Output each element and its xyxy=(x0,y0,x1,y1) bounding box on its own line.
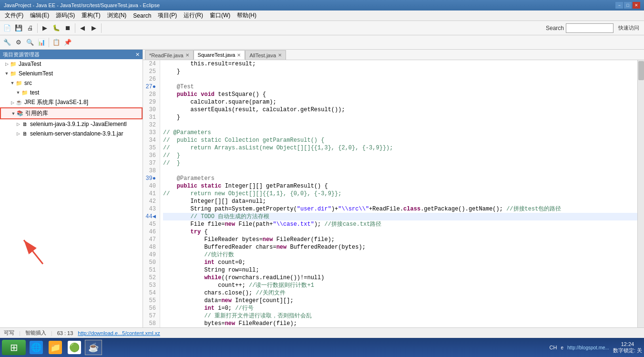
code-line-49: //统计行数 xyxy=(163,251,637,259)
collapse-icon: ▷ xyxy=(15,122,21,126)
tab-label: *ReadFile.java xyxy=(149,52,184,58)
tree-item-test[interactable]: ▼ 📁 test xyxy=(0,88,143,97)
code-line-57: // 重新打开文件进行读取，否则指针会乱 xyxy=(163,312,637,320)
menu-item-h[interactable]: 帮助(H) xyxy=(234,10,259,21)
status-link[interactable]: http://download.e...5/content.xml.xz xyxy=(78,330,160,336)
quick-access-label: 快速访问 xyxy=(615,24,642,32)
menu-item-f[interactable]: 文件(F) xyxy=(2,10,26,21)
status-smart-insert: 智能插入 xyxy=(25,329,46,336)
ln-51: 51 xyxy=(143,266,158,274)
menu-item-w[interactable]: 窗口(W) xyxy=(207,10,233,21)
stop-button[interactable]: ⏹ xyxy=(62,23,73,33)
ln-27: 27● xyxy=(143,83,158,91)
menu-item-e[interactable]: 编辑(E) xyxy=(27,10,52,21)
windows-icon: ⊞ xyxy=(10,342,18,353)
tree-item-seleniumtest[interactable]: ▼ 📁 SeleniumTest xyxy=(0,69,143,78)
ln-30: 30 xyxy=(143,106,158,114)
ln-25: 25 xyxy=(143,68,158,75)
tb2-4[interactable]: 📊 xyxy=(36,37,47,48)
collapse-icon: ▼ xyxy=(15,90,21,95)
menu-item-t[interactable]: 重构(T) xyxy=(79,10,103,21)
taskbar: ⊞ 🌐 📁 🟢 ☕ CH e http://blogspot.me... 12:… xyxy=(0,338,644,357)
ln-35: 35 xyxy=(143,144,158,152)
menu-item-r[interactable]: 运行(R) xyxy=(181,10,206,21)
code-editor[interactable]: 24 25 26 27● 28 29 30 31 32 33 34 35 36 … xyxy=(143,60,644,327)
menu-item-p[interactable]: 项目(P) xyxy=(155,10,180,21)
project-icon: 📁 xyxy=(10,70,17,77)
code-line-39: @Parameters xyxy=(163,175,637,182)
status-bar: 可写 | 智能插入 | 63 : 13 http://download.e...… xyxy=(0,327,644,338)
tree-item-javatest[interactable]: ▷ 📁 JavaTest xyxy=(0,59,143,69)
tb2-1[interactable]: 🔧 xyxy=(2,37,12,48)
ln-40: 40 xyxy=(143,182,158,190)
start-button[interactable]: ⊞ xyxy=(2,340,26,355)
back-button[interactable]: ◀ xyxy=(77,23,88,33)
tree-item-jre[interactable]: ▷ ☕ JRE 系统库 [JavaSE-1.8] xyxy=(0,97,143,107)
taskbar-chrome[interactable]: 🟢 xyxy=(66,340,83,355)
status-position: 63 : 13 xyxy=(57,330,73,336)
taskbar-eclipse[interactable]: ☕ xyxy=(85,340,102,355)
taskbar-ie[interactable]: 🌐 xyxy=(28,340,45,355)
minimize-button[interactable]: － xyxy=(615,2,623,9)
print-button[interactable]: 🖨 xyxy=(25,23,35,33)
tree-item-refs[interactable]: ▼ 📚 引用的库 xyxy=(0,107,143,119)
collapse-icon: ▷ xyxy=(10,100,15,105)
tb2-3[interactable]: 🔍 xyxy=(25,37,35,48)
taskbar-right: CH e http://blogspot.me... 12:24 数字锁定: 关 xyxy=(550,341,642,354)
tab-close-icon[interactable]: ✕ xyxy=(185,52,189,58)
tree-item-selenium-server[interactable]: ▷ 🗎 selenium-server-standalone-3.9.1.jar xyxy=(0,129,143,138)
ln-49: 49 xyxy=(143,251,158,259)
tree-item-selenium-java[interactable]: ▷ 🗎 selenium-java-3.9.1.zip -JavaElement… xyxy=(0,119,143,129)
code-text[interactable]: this.result=result; } @Test public void … xyxy=(160,60,637,327)
sidebar-header: 项目资源管理器 ✕ xyxy=(0,50,143,59)
menu-bar: 文件(F)编辑(E)源码(S)重构(T)浏览(N)Search项目(P)运行(R… xyxy=(0,10,644,21)
code-line-52: while((row=chars.readLine())!=null) xyxy=(163,274,637,282)
menu-item-search[interactable]: Search xyxy=(130,11,154,20)
eclipse-icon: ☕ xyxy=(87,341,100,354)
ln-42: 42 xyxy=(143,198,158,205)
code-line-44: // TODO 自动生成的方法存根 xyxy=(163,213,637,220)
code-line-51: String row=null; xyxy=(163,266,637,274)
ln-29: 29 xyxy=(143,98,158,106)
sep1 xyxy=(37,23,38,33)
tab-label: AllTest.java xyxy=(249,52,276,58)
tb2-5[interactable]: 📋 xyxy=(51,37,61,48)
tree-item-src[interactable]: ▼ 📁 src xyxy=(0,78,143,88)
search-input[interactable] xyxy=(566,23,613,33)
maximize-button[interactable]: □ xyxy=(624,2,632,9)
sidebar-controls: ✕ xyxy=(135,52,140,58)
tab-readfile[interactable]: *ReadFile.java ✕ xyxy=(145,50,194,60)
debug-button[interactable]: 🐛 xyxy=(51,23,61,33)
tb2-2[interactable]: ⚙ xyxy=(13,37,24,48)
tree-label: SeleniumTest xyxy=(19,70,53,77)
sep2 xyxy=(75,23,75,33)
new-button[interactable]: 📄 xyxy=(2,23,12,33)
sidebar-title: 项目资源管理器 xyxy=(3,51,40,58)
tab-alltest[interactable]: AllTest.java ✕ xyxy=(245,50,286,60)
ln-56: 56 xyxy=(143,304,158,312)
ie-icon: 🌐 xyxy=(30,341,43,354)
run-button[interactable]: ▶ xyxy=(40,23,50,33)
code-line-30: assertEquals(result, calculator.getResul… xyxy=(163,106,637,114)
ln-54: 54 xyxy=(143,289,158,297)
search-area: Search 快速访问 xyxy=(546,23,642,33)
save-button[interactable]: 💾 xyxy=(13,23,24,33)
line-numbers: 24 25 26 27● 28 29 30 31 32 33 34 35 36 … xyxy=(143,60,160,327)
tab-close-icon[interactable]: ✕ xyxy=(278,52,282,58)
forward-button[interactable]: ▶ xyxy=(89,23,99,33)
code-line-33: // @Parameters xyxy=(163,129,637,136)
time-display: 12:24 xyxy=(621,341,634,347)
toolbar: 📄 💾 🖨 ▶ 🐛 ⏹ ◀ ▶ Search 快速访问 xyxy=(0,21,644,35)
tab-squaretest[interactable]: SquareTest.java ✕ xyxy=(194,50,245,60)
sidebar-close-icon[interactable]: ✕ xyxy=(135,52,140,58)
code-line-32 xyxy=(163,121,637,129)
tb2-6[interactable]: 📌 xyxy=(62,37,73,48)
ln-53: 53 xyxy=(143,282,158,289)
code-line-26 xyxy=(163,75,637,83)
taskbar-explorer[interactable]: 📁 xyxy=(47,340,64,355)
menu-item-n[interactable]: 浏览(N) xyxy=(104,10,130,21)
close-button[interactable]: ✕ xyxy=(633,2,640,9)
minimap-thumb[interactable] xyxy=(638,61,644,80)
tab-close-icon[interactable]: ✕ xyxy=(237,52,241,58)
menu-item-s[interactable]: 源码(S) xyxy=(53,10,78,21)
